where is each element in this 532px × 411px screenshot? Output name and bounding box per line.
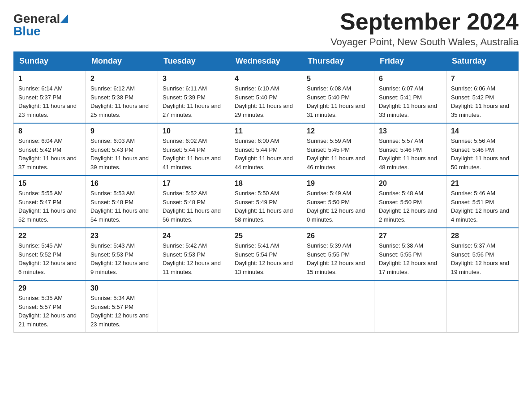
calendar-day-cell: 27 Sunrise: 5:38 AM Sunset: 5:55 PM Dayl… [374, 228, 446, 280]
day-info: Sunrise: 5:57 AM Sunset: 5:46 PM Dayligh… [379, 137, 442, 171]
calendar-day-cell: 22 Sunrise: 5:45 AM Sunset: 5:52 PM Dayl… [14, 228, 86, 280]
day-info: Sunrise: 5:34 AM Sunset: 5:57 PM Dayligh… [90, 294, 153, 329]
title-block: September 2024 Voyager Point, New South … [330, 9, 519, 48]
col-tuesday: Tuesday [158, 52, 230, 71]
day-number: 9 [90, 127, 153, 135]
calendar-week-row: 1 Sunrise: 6:14 AM Sunset: 5:37 PM Dayli… [14, 71, 519, 123]
day-info: Sunrise: 6:00 AM Sunset: 5:44 PM Dayligh… [235, 137, 297, 171]
day-info: Sunrise: 5:49 AM Sunset: 5:50 PM Dayligh… [307, 189, 369, 224]
calendar-day-cell: 13 Sunrise: 5:57 AM Sunset: 5:46 PM Dayl… [374, 123, 446, 176]
day-info: Sunrise: 5:39 AM Sunset: 5:55 PM Dayligh… [307, 241, 369, 276]
calendar-day-cell: 28 Sunrise: 5:37 AM Sunset: 5:56 PM Dayl… [446, 228, 519, 280]
calendar-week-row: 15 Sunrise: 5:55 AM Sunset: 5:47 PM Dayl… [14, 176, 519, 228]
calendar-day-cell: 20 Sunrise: 5:48 AM Sunset: 5:50 PM Dayl… [374, 176, 446, 228]
calendar-week-row: 22 Sunrise: 5:45 AM Sunset: 5:52 PM Dayl… [14, 228, 519, 280]
day-number: 30 [90, 284, 153, 292]
day-info: Sunrise: 6:07 AM Sunset: 5:41 PM Dayligh… [379, 84, 442, 119]
day-info: Sunrise: 6:14 AM Sunset: 5:37 PM Dayligh… [18, 84, 81, 119]
day-number: 6 [379, 75, 442, 83]
day-info: Sunrise: 5:56 AM Sunset: 5:46 PM Dayligh… [451, 137, 514, 171]
calendar-day-cell: 29 Sunrise: 5:35 AM Sunset: 5:57 PM Dayl… [14, 280, 86, 333]
day-info: Sunrise: 5:52 AM Sunset: 5:48 PM Dayligh… [163, 189, 225, 224]
calendar-title: September 2024 [330, 9, 519, 34]
day-number: 23 [90, 232, 153, 240]
day-number: 29 [18, 284, 81, 292]
calendar-day-cell: 19 Sunrise: 5:49 AM Sunset: 5:50 PM Dayl… [302, 176, 374, 228]
day-number: 10 [163, 127, 225, 135]
calendar-day-cell: 5 Sunrise: 6:08 AM Sunset: 5:40 PM Dayli… [302, 71, 374, 123]
day-number: 14 [451, 127, 514, 135]
calendar-table: Sunday Monday Tuesday Wednesday Thursday… [13, 51, 519, 333]
logo-general-text: General [13, 13, 60, 25]
day-info: Sunrise: 5:42 AM Sunset: 5:53 PM Dayligh… [163, 241, 225, 276]
calendar-day-cell: 26 Sunrise: 5:39 AM Sunset: 5:55 PM Dayl… [302, 228, 374, 280]
calendar-day-cell [446, 280, 519, 333]
day-info: Sunrise: 6:06 AM Sunset: 5:42 PM Dayligh… [451, 84, 514, 119]
day-info: Sunrise: 5:55 AM Sunset: 5:47 PM Dayligh… [18, 189, 81, 224]
day-info: Sunrise: 5:43 AM Sunset: 5:53 PM Dayligh… [90, 241, 153, 276]
calendar-day-cell: 12 Sunrise: 5:59 AM Sunset: 5:45 PM Dayl… [302, 123, 374, 176]
day-info: Sunrise: 5:50 AM Sunset: 5:49 PM Dayligh… [235, 189, 297, 224]
day-info: Sunrise: 6:12 AM Sunset: 5:38 PM Dayligh… [90, 84, 153, 119]
svg-marker-0 [60, 14, 68, 23]
calendar-subtitle: Voyager Point, New South Wales, Australi… [330, 36, 519, 48]
calendar-day-cell: 15 Sunrise: 5:55 AM Sunset: 5:47 PM Dayl… [14, 176, 86, 228]
day-info: Sunrise: 5:59 AM Sunset: 5:45 PM Dayligh… [307, 137, 369, 171]
col-thursday: Thursday [302, 52, 374, 71]
day-info: Sunrise: 6:04 AM Sunset: 5:42 PM Dayligh… [18, 137, 81, 171]
day-number: 3 [163, 75, 225, 83]
calendar-day-cell: 6 Sunrise: 6:07 AM Sunset: 5:41 PM Dayli… [374, 71, 446, 123]
calendar-day-cell: 16 Sunrise: 5:53 AM Sunset: 5:48 PM Dayl… [86, 176, 158, 228]
calendar-day-cell: 30 Sunrise: 5:34 AM Sunset: 5:57 PM Dayl… [86, 280, 158, 333]
day-number: 11 [235, 127, 297, 135]
calendar-day-cell: 14 Sunrise: 5:56 AM Sunset: 5:46 PM Dayl… [446, 123, 519, 176]
calendar-day-cell [230, 280, 302, 333]
col-sunday: Sunday [14, 52, 86, 71]
day-number: 12 [307, 127, 369, 135]
day-info: Sunrise: 5:45 AM Sunset: 5:52 PM Dayligh… [18, 241, 81, 276]
day-number: 7 [451, 75, 514, 83]
calendar-day-cell: 4 Sunrise: 6:10 AM Sunset: 5:40 PM Dayli… [230, 71, 302, 123]
day-number: 8 [18, 127, 81, 135]
day-info: Sunrise: 5:48 AM Sunset: 5:50 PM Dayligh… [379, 189, 442, 224]
day-info: Sunrise: 6:11 AM Sunset: 5:39 PM Dayligh… [163, 84, 225, 119]
calendar-day-cell [374, 280, 446, 333]
day-info: Sunrise: 5:37 AM Sunset: 5:56 PM Dayligh… [451, 241, 514, 276]
day-number: 21 [451, 180, 514, 188]
day-number: 15 [18, 180, 81, 188]
calendar-day-cell: 10 Sunrise: 6:02 AM Sunset: 5:44 PM Dayl… [158, 123, 230, 176]
calendar-day-cell: 7 Sunrise: 6:06 AM Sunset: 5:42 PM Dayli… [446, 71, 519, 123]
calendar-day-cell: 23 Sunrise: 5:43 AM Sunset: 5:53 PM Dayl… [86, 228, 158, 280]
day-number: 2 [90, 75, 153, 83]
col-saturday: Saturday [446, 52, 519, 71]
day-info: Sunrise: 6:10 AM Sunset: 5:40 PM Dayligh… [235, 84, 297, 119]
day-number: 28 [451, 232, 514, 240]
logo-blue-text: Blue [13, 25, 41, 38]
col-wednesday: Wednesday [230, 52, 302, 71]
day-info: Sunrise: 5:46 AM Sunset: 5:51 PM Dayligh… [451, 189, 514, 224]
page-header: General Blue September 2024 Voyager Poin… [13, 9, 519, 48]
day-info: Sunrise: 6:08 AM Sunset: 5:40 PM Dayligh… [307, 84, 369, 119]
calendar-day-cell: 2 Sunrise: 6:12 AM Sunset: 5:38 PM Dayli… [86, 71, 158, 123]
day-number: 19 [307, 180, 369, 188]
day-info: Sunrise: 6:03 AM Sunset: 5:43 PM Dayligh… [90, 137, 153, 171]
day-number: 22 [18, 232, 81, 240]
day-number: 26 [307, 232, 369, 240]
calendar-day-cell: 9 Sunrise: 6:03 AM Sunset: 5:43 PM Dayli… [86, 123, 158, 176]
day-number: 24 [163, 232, 225, 240]
calendar-day-cell: 1 Sunrise: 6:14 AM Sunset: 5:37 PM Dayli… [14, 71, 86, 123]
day-number: 13 [379, 127, 442, 135]
calendar-day-cell [158, 280, 230, 333]
calendar-day-cell [302, 280, 374, 333]
day-info: Sunrise: 6:02 AM Sunset: 5:44 PM Dayligh… [163, 137, 225, 171]
day-number: 16 [90, 180, 153, 188]
day-number: 18 [235, 180, 297, 188]
day-info: Sunrise: 5:53 AM Sunset: 5:48 PM Dayligh… [90, 189, 153, 224]
logo-triangle-icon [60, 14, 68, 25]
day-info: Sunrise: 5:38 AM Sunset: 5:55 PM Dayligh… [379, 241, 442, 276]
day-number: 25 [235, 232, 297, 240]
logo: General Blue [13, 9, 68, 38]
calendar-day-cell: 3 Sunrise: 6:11 AM Sunset: 5:39 PM Dayli… [158, 71, 230, 123]
day-info: Sunrise: 5:35 AM Sunset: 5:57 PM Dayligh… [18, 294, 81, 329]
calendar-day-cell: 17 Sunrise: 5:52 AM Sunset: 5:48 PM Dayl… [158, 176, 230, 228]
